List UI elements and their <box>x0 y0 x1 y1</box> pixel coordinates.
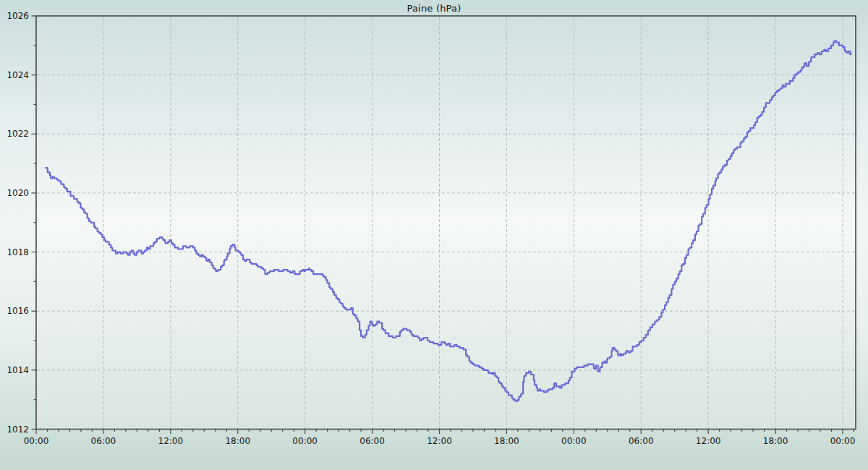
x-axis-label: 12:00 <box>158 436 184 446</box>
x-axis-label: 00:00 <box>561 436 587 446</box>
x-axis-label: 18:00 <box>763 436 788 446</box>
x-axis-label: 06:00 <box>629 436 654 446</box>
y-axis-label: 1016 <box>7 306 29 316</box>
y-axis-label: 1026 <box>7 11 29 21</box>
x-axis-label: 06:00 <box>91 436 116 446</box>
y-axis-labels: 10121014101610181020102210241026 <box>7 11 29 435</box>
y-axis-label: 1022 <box>7 129 29 139</box>
x-axis-label: 12:00 <box>427 436 452 446</box>
plot-area <box>36 16 856 430</box>
x-axis-labels: 00:0006:0012:0018:0000:0006:0012:0018:00… <box>24 436 856 446</box>
x-axis-ticks <box>36 430 854 435</box>
chart-svg: 00:0006:0012:0018:0000:0006:0012:0018:00… <box>0 0 868 470</box>
x-axis-label: 12:00 <box>696 436 721 446</box>
x-axis-label: 00:00 <box>24 436 49 446</box>
pressure-chart-figure: Paine (hPa) 00:0006:0012:0018:0000:0006:… <box>0 0 868 470</box>
chart-canvas: 00:0006:0012:0018:0000:0006:0012:0018:00… <box>0 0 868 470</box>
x-axis-label: 00:00 <box>292 436 318 446</box>
y-axis-ticks <box>32 16 37 430</box>
y-axis-label: 1020 <box>7 188 29 198</box>
x-axis-label: 00:00 <box>830 436 856 446</box>
x-axis-label: 06:00 <box>359 436 385 446</box>
y-axis-label: 1014 <box>7 365 29 375</box>
x-axis-label: 18:00 <box>225 436 250 446</box>
y-axis-label: 1024 <box>7 70 29 80</box>
y-axis-label: 1012 <box>7 424 29 435</box>
x-axis-label: 18:00 <box>494 436 519 446</box>
y-axis-label: 1018 <box>7 247 29 257</box>
